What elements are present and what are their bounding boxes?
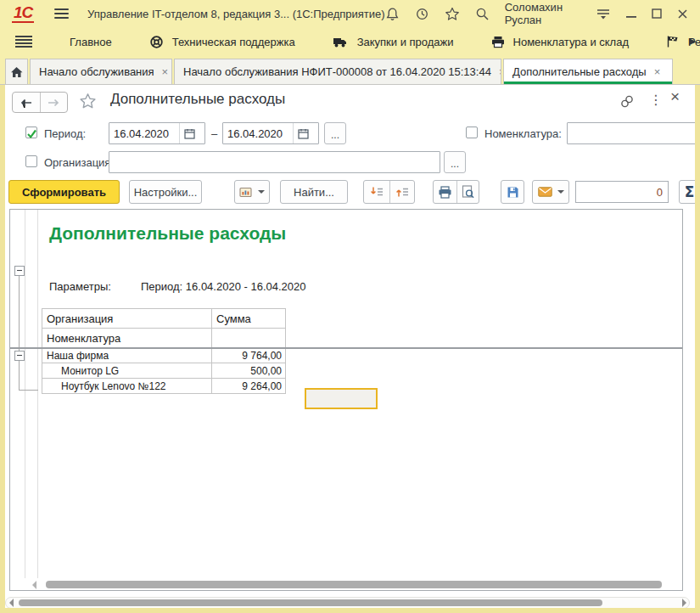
organization-more-button[interactable]: ... — [444, 151, 466, 173]
window-title: Управление IT-отделом 8, редакция 3... (… — [87, 8, 385, 20]
calendar-icon[interactable] — [179, 123, 199, 143]
report-table: Организация Сумма Номенклатура Наша фирм… — [42, 308, 286, 394]
organization-group-expander[interactable] — [14, 351, 25, 361]
section-purchases-sales[interactable]: Закупки и продажи — [333, 36, 454, 48]
params-value: Период: 16.04.2020 - 16.04.2020 — [141, 280, 306, 293]
organization-input[interactable] — [109, 151, 440, 173]
add-to-favorites-star-icon[interactable] — [79, 93, 97, 110]
grouping-buttons — [363, 180, 415, 204]
section-main[interactable]: Главное — [70, 36, 112, 48]
print-icon[interactable] — [434, 181, 456, 203]
report-hscroll-thumb[interactable] — [46, 581, 662, 588]
hscroll-left-arrow[interactable] — [32, 581, 36, 589]
cell-name[interactable]: Наша фирма — [42, 348, 212, 363]
lifebuoy-icon — [149, 35, 164, 49]
cell-amount[interactable]: 9 264,00 — [212, 379, 286, 394]
tab-close-icon[interactable]: × — [162, 65, 169, 78]
organization-label: Организация: — [44, 156, 114, 169]
sigma-icon: Σ — [685, 183, 695, 200]
home-tab[interactable] — [5, 59, 28, 84]
favorites-star-icon[interactable] — [445, 7, 460, 21]
cell-name[interactable]: Монитор LG — [42, 363, 212, 379]
collapse-groups-icon[interactable] — [389, 181, 414, 203]
report-variant-icon — [239, 187, 253, 198]
save-button[interactable] — [501, 180, 524, 204]
sections-overflow-arrow[interactable]: ▶ — [689, 36, 696, 47]
save-icon — [507, 186, 519, 199]
period-label: Период: — [44, 127, 86, 140]
service-menu-icon[interactable] — [596, 7, 611, 20]
header-row-2: Номенклатура — [42, 329, 286, 348]
report-spreadsheet: Дополнительные расходы Параметры: Период… — [9, 209, 683, 591]
window-hscroll-thumb[interactable] — [19, 599, 602, 606]
section-tech-support[interactable]: Техническая поддержка — [149, 35, 295, 49]
tab-close-icon[interactable]: × — [654, 65, 661, 78]
date-range-dash: – — [211, 127, 217, 140]
params-label: Параметры: — [49, 280, 111, 293]
notifications-bell-icon[interactable] — [385, 7, 400, 21]
generate-button[interactable]: Сформировать — [8, 180, 120, 204]
report-variants-button[interactable] — [234, 180, 270, 204]
global-search-icon[interactable] — [475, 7, 490, 21]
group-margin-line — [25, 210, 25, 578]
send-email-button[interactable] — [532, 180, 569, 204]
sections-menu-icon[interactable] — [15, 36, 32, 48]
group-bracket-end — [19, 390, 38, 391]
back-button[interactable] — [13, 93, 40, 112]
print-preview-icon[interactable] — [456, 181, 479, 203]
more-actions-icon[interactable]: ⋮ — [649, 93, 663, 107]
period-more-button[interactable]: ... — [324, 122, 346, 144]
open-windows-tabbar: Начало обслуживания × Начало обслуживани… — [0, 56, 700, 85]
email-envelope-icon — [538, 187, 552, 197]
forward-button[interactable] — [40, 93, 68, 112]
section-nomenclature-warehouse[interactable]: Номенклатура и склад — [491, 36, 629, 48]
period-to-input[interactable] — [223, 127, 293, 140]
organization-checkbox[interactable] — [25, 155, 37, 167]
history-nav-buttons — [12, 92, 68, 113]
period-from-field — [109, 122, 205, 144]
header-sum[interactable]: Сумма — [212, 309, 286, 329]
period-from-input[interactable] — [109, 127, 179, 140]
header-empty-cell[interactable] — [212, 329, 286, 348]
close-window-icon[interactable] — [677, 8, 688, 20]
autosum-field[interactable] — [575, 181, 669, 203]
window-hscroll-left-arrow[interactable] — [9, 599, 14, 607]
period-checkbox[interactable] — [25, 127, 37, 138]
window-hscroll-right-arrow[interactable] — [682, 599, 686, 607]
settings-button[interactable]: Настройки... — [129, 180, 202, 204]
get-link-icon[interactable] — [619, 93, 636, 110]
print-buttons — [433, 180, 479, 204]
cell-amount[interactable]: 9 764,00 — [212, 348, 286, 363]
selected-cell[interactable] — [305, 388, 378, 409]
window-border-bottom — [0, 608, 700, 613]
nomenclature-label: Номенклатура: — [484, 127, 562, 140]
maximize-icon[interactable] — [652, 8, 662, 19]
tab-service-start-document[interactable]: Начало обслуживания НФИТ-000008 от 16.04… — [174, 59, 501, 84]
report-group-expander[interactable] — [14, 266, 25, 276]
tab-additional-expenses[interactable]: Дополнительные расходы × — [503, 59, 673, 84]
header-organization[interactable]: Организация — [42, 309, 212, 329]
history-icon[interactable] — [415, 7, 429, 21]
calendar-icon[interactable] — [293, 123, 313, 143]
header-nomenclature[interactable]: Номенклатура — [42, 329, 212, 348]
nomenclature-input[interactable] — [567, 122, 696, 144]
table-row: Ноутбук Lenovo №122 9 264,00 — [42, 379, 286, 394]
tab-close-icon[interactable]: × — [499, 65, 501, 78]
1c-logo: 1С — [12, 4, 34, 23]
find-button[interactable]: Найти... — [280, 180, 348, 204]
cell-amount[interactable]: 500,00 — [212, 363, 286, 379]
main-menu-icon[interactable] — [54, 8, 69, 19]
expand-groups-icon[interactable] — [364, 181, 389, 203]
nomenclature-checkbox[interactable] — [466, 127, 478, 138]
window-border-left — [0, 85, 5, 613]
frozen-header-line — [10, 347, 682, 349]
flag-icon — [666, 35, 680, 48]
header-row-1: Организация Сумма — [42, 309, 286, 329]
minimize-icon[interactable] — [626, 8, 636, 19]
cell-name[interactable]: Ноутбук Lenovo №122 — [42, 379, 212, 394]
home-icon — [9, 65, 24, 79]
close-form-icon[interactable]: × — [670, 90, 680, 104]
group-bracket-line — [19, 276, 20, 351]
current-user[interactable]: Соломахин Руслан — [505, 1, 580, 26]
tab-service-start[interactable]: Начало обслуживания × — [30, 59, 172, 84]
